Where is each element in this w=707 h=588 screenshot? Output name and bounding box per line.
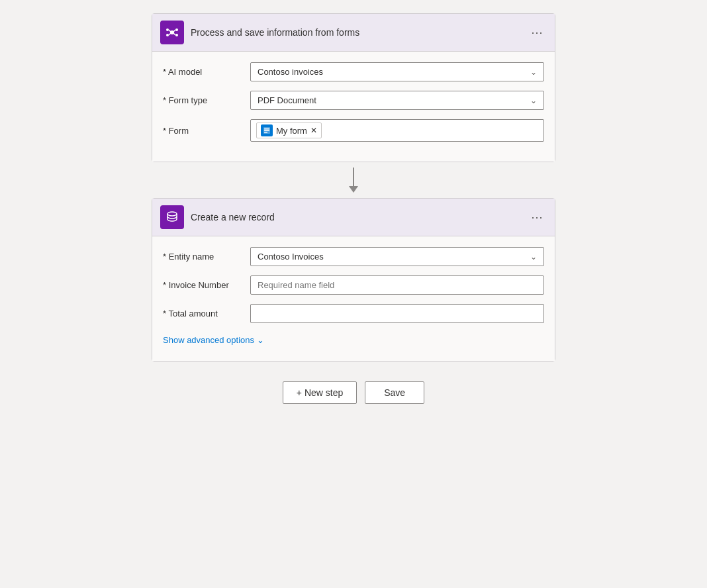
- save-button[interactable]: Save: [365, 381, 424, 404]
- ai-model-row: * AI model Contoso invoices ⌄: [163, 62, 544, 81]
- step2-header: Create a new record ⋯: [152, 199, 555, 236]
- entity-name-dropdown[interactable]: Contoso Invoices ⌄: [250, 247, 544, 266]
- step1-header: Process and save information from forms …: [152, 14, 555, 52]
- form-row: * Form My for: [163, 119, 544, 142]
- svg-point-2: [175, 28, 178, 31]
- entity-name-row: * Entity name Contoso Invoices ⌄: [163, 247, 544, 266]
- svg-rect-12: [264, 132, 267, 133]
- total-amount-control: [250, 304, 544, 323]
- step2-menu-button[interactable]: ⋯: [527, 210, 547, 224]
- form-type-row: * Form type PDF Document ⌄: [163, 91, 544, 110]
- step1-menu-button[interactable]: ⋯: [527, 25, 547, 40]
- form-type-control: PDF Document ⌄: [250, 91, 544, 110]
- svg-point-3: [166, 34, 169, 36]
- step2-icon: [160, 205, 184, 229]
- svg-line-7: [169, 33, 171, 35]
- svg-line-5: [169, 30, 171, 32]
- total-amount-label: * Total amount: [163, 309, 242, 318]
- new-step-button[interactable]: + New step: [283, 381, 357, 404]
- step2-icon-svg: [165, 210, 179, 224]
- step1-title: Process and save information from forms: [191, 27, 520, 38]
- advanced-options-row: Show advanced options ⌄: [163, 332, 544, 348]
- svg-point-4: [175, 34, 178, 36]
- form-tag-icon: [261, 124, 273, 136]
- entity-name-label: * Entity name: [163, 252, 242, 262]
- bottom-actions: + New step Save: [283, 381, 424, 404]
- advanced-options-label: Show advanced options: [163, 335, 254, 345]
- step2-title: Create a new record: [191, 212, 520, 222]
- svg-point-1: [166, 28, 169, 31]
- connector-line: [353, 168, 354, 186]
- connector: [349, 162, 358, 198]
- step1-card: Process and save information from forms …: [152, 13, 555, 162]
- invoice-number-label: * Invoice Number: [163, 280, 242, 290]
- svg-point-13: [167, 212, 177, 216]
- svg-line-6: [173, 30, 175, 32]
- form-type-dropdown[interactable]: PDF Document ⌄: [250, 91, 544, 110]
- ai-model-dropdown[interactable]: Contoso invoices ⌄: [250, 62, 544, 81]
- show-advanced-options-button[interactable]: Show advanced options ⌄: [163, 332, 264, 348]
- entity-name-control: Contoso Invoices ⌄: [250, 247, 544, 266]
- step1-body: * AI model Contoso invoices ⌄ * Form typ…: [152, 52, 555, 162]
- ai-model-label: * AI model: [163, 67, 242, 77]
- svg-rect-11: [264, 130, 269, 132]
- entity-name-value: Contoso Invoices: [258, 252, 324, 262]
- form-tag-icon-svg: [263, 126, 271, 134]
- form-tag: My form ✕: [256, 122, 322, 138]
- svg-rect-10: [264, 128, 269, 130]
- form-label: * Form: [163, 126, 242, 136]
- total-amount-input[interactable]: [250, 304, 544, 323]
- step1-icon-svg: [165, 25, 179, 40]
- entity-name-chevron-icon: ⌄: [530, 252, 537, 262]
- form-type-value: PDF Document: [258, 95, 316, 105]
- step2-card: Create a new record ⋯ * Entity name Cont…: [152, 198, 555, 362]
- advanced-options-chevron-icon: ⌄: [257, 335, 264, 345]
- ai-model-chevron-icon: ⌄: [530, 68, 537, 77]
- invoice-number-row: * Invoice Number: [163, 275, 544, 295]
- step2-body: * Entity name Contoso Invoices ⌄ * Invoi…: [152, 236, 555, 361]
- form-tag-input[interactable]: My form ✕: [250, 119, 544, 142]
- ai-model-value: Contoso invoices: [258, 67, 323, 77]
- step1-icon: [160, 21, 184, 44]
- form-type-chevron-icon: ⌄: [530, 96, 537, 105]
- form-control: My form ✕: [250, 119, 544, 142]
- form-tag-label: My form: [276, 126, 307, 136]
- form-tag-close-button[interactable]: ✕: [310, 126, 317, 134]
- total-amount-row: * Total amount: [163, 304, 544, 323]
- invoice-number-control: [250, 275, 544, 295]
- form-type-label: * Form type: [163, 95, 242, 105]
- invoice-number-input[interactable]: [250, 275, 544, 295]
- ai-model-control: Contoso invoices ⌄: [250, 62, 544, 81]
- svg-line-8: [173, 33, 175, 35]
- connector-arrow: [349, 186, 358, 193]
